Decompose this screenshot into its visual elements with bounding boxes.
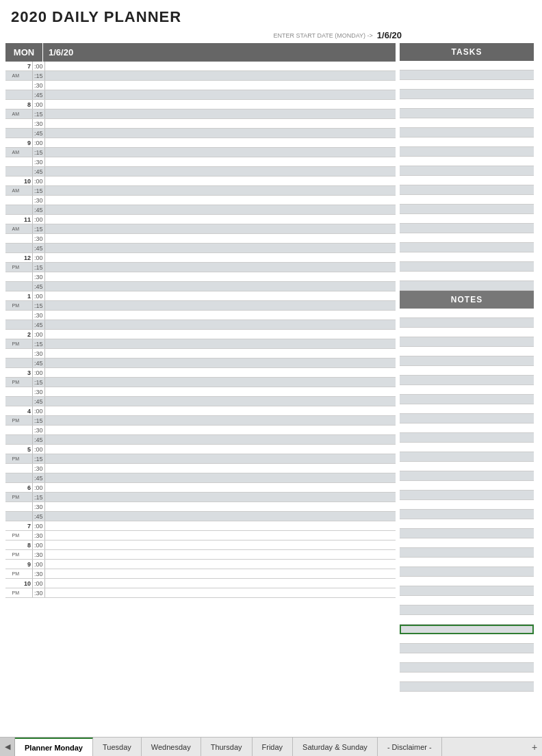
tab-item[interactable]: - Disclaimer - xyxy=(378,738,442,756)
time-row[interactable]: :45 xyxy=(5,205,396,215)
event-cell[interactable] xyxy=(45,224,396,233)
notes-row[interactable] xyxy=(400,558,534,567)
task-row[interactable] xyxy=(400,233,534,243)
notes-row[interactable] xyxy=(400,519,534,529)
notes-row[interactable] xyxy=(400,309,534,318)
time-row[interactable]: :30 xyxy=(5,272,396,282)
event-cell[interactable] xyxy=(45,454,396,463)
time-row[interactable]: PM:15 xyxy=(5,416,396,426)
tab-item[interactable]: Thursday xyxy=(201,738,253,756)
notes-row[interactable] xyxy=(400,481,534,491)
notes-row[interactable] xyxy=(400,423,534,433)
time-row[interactable]: :45 xyxy=(5,512,396,521)
time-row[interactable]: :30 xyxy=(5,157,396,167)
event-cell[interactable] xyxy=(45,588,396,597)
event-cell[interactable] xyxy=(45,320,396,329)
time-row[interactable]: :45 xyxy=(5,397,396,406)
time-row[interactable]: AM:15 xyxy=(5,148,396,157)
event-cell[interactable] xyxy=(45,550,396,559)
notes-row[interactable] xyxy=(400,682,534,692)
event-cell[interactable] xyxy=(45,368,396,377)
task-row[interactable] xyxy=(400,214,534,224)
notes-row[interactable] xyxy=(400,414,534,423)
event-cell[interactable] xyxy=(45,177,396,185)
time-row[interactable]: PM:30 xyxy=(5,588,396,598)
notes-row[interactable] xyxy=(400,376,534,385)
event-cell[interactable] xyxy=(45,234,396,243)
event-cell[interactable] xyxy=(45,416,396,425)
time-row[interactable]: 5:00 xyxy=(5,445,396,454)
notes-row[interactable] xyxy=(400,404,534,414)
time-row[interactable]: :30 xyxy=(5,81,396,90)
event-cell[interactable] xyxy=(45,100,396,109)
task-row[interactable] xyxy=(400,185,534,195)
time-row[interactable]: 10:00 xyxy=(5,579,396,588)
task-row[interactable] xyxy=(400,61,534,70)
notes-row[interactable] xyxy=(400,462,534,471)
tab-item[interactable]: Wednesday xyxy=(142,738,201,756)
time-row[interactable]: 11:00 xyxy=(5,215,396,224)
notes-row[interactable] xyxy=(400,586,534,596)
task-row[interactable] xyxy=(400,128,534,138)
task-row[interactable] xyxy=(400,157,534,166)
time-row[interactable]: PM:15 xyxy=(5,263,396,272)
time-row[interactable]: 3:00 xyxy=(5,368,396,378)
task-row[interactable] xyxy=(400,99,534,109)
notes-row[interactable] xyxy=(400,510,534,519)
event-cell[interactable] xyxy=(45,138,396,147)
task-row[interactable] xyxy=(400,109,534,118)
event-cell[interactable] xyxy=(45,311,396,320)
event-cell[interactable] xyxy=(45,167,396,176)
event-cell[interactable] xyxy=(45,483,396,492)
event-cell[interactable] xyxy=(45,148,396,157)
event-cell[interactable] xyxy=(45,435,396,444)
event-cell[interactable] xyxy=(45,291,396,300)
time-row[interactable]: 7:00 xyxy=(5,521,396,531)
event-cell[interactable] xyxy=(45,301,396,310)
notes-row[interactable] xyxy=(400,663,534,673)
time-row[interactable]: 8:00 xyxy=(5,540,396,550)
notes-row[interactable] xyxy=(400,491,534,500)
event-cell[interactable] xyxy=(45,62,396,70)
event-cell[interactable] xyxy=(45,426,396,434)
event-cell[interactable] xyxy=(45,272,396,281)
event-cell[interactable] xyxy=(45,129,396,138)
event-cell[interactable] xyxy=(45,560,396,569)
event-cell[interactable] xyxy=(45,359,396,367)
notes-row[interactable] xyxy=(400,567,534,577)
event-cell[interactable] xyxy=(45,512,396,521)
notes-row[interactable] xyxy=(400,452,534,462)
task-row[interactable] xyxy=(400,224,534,233)
time-row[interactable]: :45 xyxy=(5,473,396,483)
notes-row[interactable] xyxy=(400,443,534,452)
notes-row[interactable] xyxy=(400,538,534,548)
event-cell[interactable] xyxy=(45,119,396,128)
time-row[interactable]: PM:15 xyxy=(5,339,396,349)
event-cell[interactable] xyxy=(45,157,396,166)
notes-row[interactable] xyxy=(400,529,534,538)
time-row[interactable]: 2:00 xyxy=(5,330,396,339)
start-date-value[interactable]: 1/6/20 xyxy=(377,30,402,40)
time-row[interactable]: :30 xyxy=(5,196,396,205)
time-row[interactable]: AM:15 xyxy=(5,71,396,81)
notes-row[interactable] xyxy=(400,337,534,347)
time-row[interactable]: PM:30 xyxy=(5,569,396,579)
notes-row[interactable] xyxy=(400,347,534,356)
event-cell[interactable] xyxy=(45,378,396,387)
event-cell[interactable] xyxy=(45,253,396,262)
notes-row[interactable] xyxy=(400,318,534,328)
time-row[interactable]: :30 xyxy=(5,234,396,244)
event-cell[interactable] xyxy=(45,349,396,358)
time-row[interactable]: AM:15 xyxy=(5,224,396,234)
time-row[interactable]: 6:00 xyxy=(5,483,396,493)
notes-row[interactable] xyxy=(400,385,534,395)
time-row[interactable]: 9:00 xyxy=(5,138,396,148)
event-cell[interactable] xyxy=(45,445,396,454)
event-cell[interactable] xyxy=(45,569,396,578)
notes-row[interactable] xyxy=(400,634,534,644)
time-row[interactable]: :30 xyxy=(5,311,396,320)
task-row[interactable] xyxy=(400,195,534,205)
event-cell[interactable] xyxy=(45,521,396,530)
task-row[interactable] xyxy=(400,138,534,147)
tab-item[interactable]: Planner Monday xyxy=(15,738,93,756)
